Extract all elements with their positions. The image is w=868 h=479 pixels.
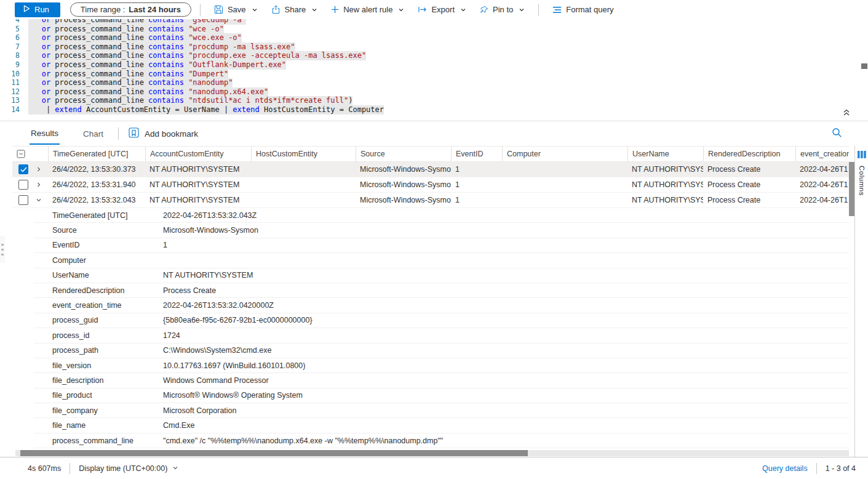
- row-checkbox[interactable]: [18, 164, 28, 174]
- new-alert-rule-button[interactable]: New alert rule: [326, 2, 409, 17]
- row-checkbox-cell: [12, 162, 30, 177]
- code-line[interactable]: 7 or process_command_line contains "proc…: [0, 42, 858, 52]
- time-range-picker[interactable]: Time range : Last 24 hours: [70, 2, 191, 17]
- export-button[interactable]: Export: [413, 2, 471, 17]
- new-alert-rule-label: New alert rule: [343, 5, 392, 14]
- editor-vertical-scrollbar[interactable]: [861, 19, 868, 121]
- header-cell[interactable]: UserName: [627, 147, 703, 161]
- table-cell: 1: [451, 162, 502, 177]
- detail-key: file_name: [34, 421, 163, 430]
- code-text: or process_command_line contains "wce -o…: [28, 25, 224, 34]
- editor-scrollbar-thumb[interactable]: [861, 63, 867, 69]
- detail-value: 2022-04-26T13:53:32.043Z: [163, 211, 257, 220]
- detail-value: NT AUTHORITY\SYSTEM: [163, 271, 253, 280]
- table-cell: [251, 162, 356, 177]
- header-cell[interactable]: EventID: [451, 147, 502, 161]
- row-checkbox-cell: [12, 193, 30, 207]
- line-number: 13: [0, 96, 28, 105]
- table-cell: 26/4/2022, 13:53:30.373: [48, 162, 145, 177]
- query-toolbar: Run Time range : Last 24 hours Save Shar…: [0, 0, 868, 19]
- share-icon: [271, 5, 281, 14]
- code-line[interactable]: 12 or process_command_line contains "nan…: [0, 87, 858, 97]
- table-cell: 2022-04-26T1: [795, 193, 849, 207]
- header-cell[interactable]: Computer: [502, 147, 627, 161]
- pin-to-button[interactable]: Pin to: [475, 2, 530, 17]
- collapse-all-rows-icon[interactable]: [12, 147, 30, 161]
- table-row[interactable]: 26/4/2022, 13:53:32.043NT AUTHORITY\SYST…: [12, 193, 849, 208]
- detail-row: file_descriptionWindows Command Processo…: [34, 373, 849, 388]
- code-line[interactable]: 4 or process_command_line contains "gsec…: [0, 19, 858, 25]
- horizontal-scrollbar[interactable]: [15, 450, 849, 456]
- code-line[interactable]: 13 or process_command_line contains "ntd…: [0, 96, 858, 105]
- code-line[interactable]: 8 or process_command_line contains "proc…: [0, 51, 858, 60]
- row-expander-cell: [30, 177, 48, 192]
- results-scrollbar-thumb[interactable]: [849, 162, 854, 216]
- code-text: or process_command_line contains "wce.ex…: [28, 33, 242, 42]
- header-cell[interactable]: event_creation_t: [795, 147, 849, 161]
- search-icon[interactable]: [832, 127, 842, 140]
- table-cell: 2022-04-26T1: [795, 177, 849, 192]
- add-bookmark-button[interactable]: Add bookmark: [129, 127, 198, 140]
- header-cell[interactable]: HostCustomEntity: [251, 147, 356, 161]
- detail-value: 1: [163, 241, 167, 249]
- tab-chart[interactable]: Chart: [82, 124, 105, 144]
- line-number: 11: [0, 78, 28, 87]
- horizontal-scrollbar-thumb[interactable]: [20, 450, 528, 456]
- statusbar-divider: [816, 463, 817, 474]
- share-button[interactable]: Share: [266, 2, 323, 17]
- display-time-selector[interactable]: Display time (UTC+00:00): [79, 464, 178, 473]
- detail-value: Process Create: [163, 286, 216, 295]
- table-cell: NT AUTHORITY\SYSTEM: [627, 162, 703, 177]
- results-vertical-scrollbar[interactable]: [849, 162, 854, 445]
- add-bookmark-label: Add bookmark: [145, 129, 198, 139]
- header-cell[interactable]: AccountCustomEntity: [145, 147, 251, 161]
- chevron-down-icon[interactable]: [36, 197, 42, 203]
- status-bar: 4s 607ms Display time (UTC+00:00) Query …: [0, 457, 868, 479]
- detail-row: file_companyMicrosoft Corporation: [34, 403, 849, 418]
- tab-results[interactable]: Results: [30, 123, 60, 145]
- code-lines: 4 or process_command_line contains "gsec…: [0, 19, 858, 115]
- detail-row: process_id1724: [34, 328, 849, 343]
- table-cell: Process Create: [703, 177, 795, 192]
- plus-icon: [331, 6, 339, 14]
- query-editor[interactable]: 4 or process_command_line contains "gsec…: [0, 19, 868, 121]
- code-line[interactable]: 6 or process_command_line contains "wce.…: [0, 33, 858, 42]
- columns-panel-toggle[interactable]: Columns: [854, 146, 868, 457]
- detail-key: Source: [34, 226, 163, 235]
- code-text: | extend AccountCustomEntity = UserName …: [28, 105, 384, 115]
- detail-key: process_id: [34, 331, 163, 340]
- code-line[interactable]: 5 or process_command_line contains "wce …: [0, 25, 858, 34]
- collapse-editor-icon[interactable]: [842, 108, 851, 119]
- table-cell: [502, 177, 627, 192]
- table-row[interactable]: 26/4/2022, 13:53:31.940NT AUTHORITY\SYST…: [12, 177, 849, 193]
- time-range-label: Time range :: [81, 5, 125, 14]
- detail-key: file_version: [34, 361, 163, 370]
- run-button[interactable]: Run: [15, 2, 60, 17]
- header-cell[interactable]: TimeGenerated [UTC]: [48, 147, 145, 161]
- line-number: 9: [0, 60, 28, 70]
- save-button[interactable]: Save: [209, 2, 263, 17]
- share-label: Share: [285, 5, 306, 14]
- chevron-down-icon: [311, 7, 317, 13]
- table-cell: 1: [451, 177, 502, 192]
- query-details-link[interactable]: Query details: [762, 464, 808, 473]
- code-line[interactable]: 14 | extend AccountCustomEntity = UserNa…: [0, 105, 858, 115]
- splitter-handle[interactable]: [0, 236, 5, 263]
- chevron-right-icon[interactable]: [36, 182, 42, 188]
- format-query-button[interactable]: Format query: [547, 2, 618, 17]
- chevron-down-icon: [252, 7, 258, 13]
- header-cell[interactable]: RenderedDescription: [703, 147, 795, 161]
- table-cell: 1: [451, 193, 502, 207]
- detail-row: UserNameNT AUTHORITY\SYSTEM: [34, 268, 849, 283]
- code-line[interactable]: 10 or process_command_line contains "Dum…: [0, 70, 858, 79]
- detail-value: {5b80ea6e-f95c-6267-92b1-ec0000000000}: [163, 316, 313, 324]
- detail-key: RenderedDescription: [34, 286, 163, 295]
- table-row[interactable]: 26/4/2022, 13:53:30.373NT AUTHORITY\SYST…: [12, 162, 849, 177]
- code-line[interactable]: 9 or process_command_line contains "Outf…: [0, 60, 858, 70]
- row-checkbox[interactable]: [18, 195, 28, 205]
- row-checkbox[interactable]: [18, 180, 28, 190]
- chevron-right-icon[interactable]: [36, 166, 42, 172]
- code-line[interactable]: 11 or process_command_line contains "nan…: [0, 78, 858, 87]
- header-cell[interactable]: Source: [356, 147, 451, 161]
- detail-row: file_nameCmd.Exe: [34, 418, 849, 433]
